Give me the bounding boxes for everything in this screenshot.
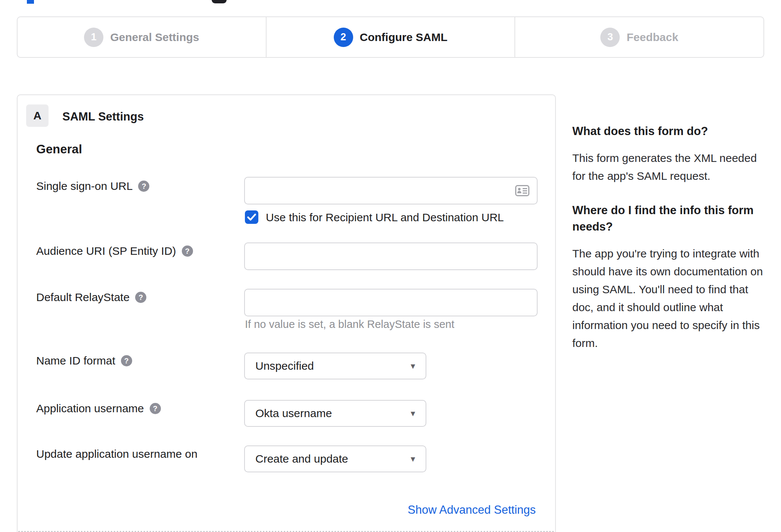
help-sidebar: What does this form do? This form genera… [572, 123, 767, 369]
saml-settings-panel: A SAML Settings General Single sign-on U… [17, 94, 556, 532]
step-label: Feedback [626, 31, 678, 44]
help-icon[interactable]: ? [138, 181, 149, 192]
help-icon[interactable]: ? [121, 355, 132, 366]
step-general-settings[interactable]: 1 General Settings [18, 17, 266, 57]
name-id-format-label: Name ID format ? [36, 354, 132, 367]
field-label-text: Audience URI (SP Entity ID) [36, 244, 176, 258]
cropped-logo-fragment [27, 0, 34, 4]
field-label-text: Name ID format [36, 354, 115, 367]
step-label: Configure SAML [360, 31, 448, 44]
checkmark-icon [247, 213, 256, 221]
step-number-badge: 1 [84, 28, 103, 47]
help-icon[interactable]: ? [150, 403, 161, 414]
caret-down-icon: ▾ [411, 409, 415, 418]
application-username-select[interactable]: Okta username ▾ [244, 400, 426, 427]
help-icon[interactable]: ? [135, 292, 146, 303]
step-number-badge: 2 [334, 28, 353, 47]
step-feedback[interactable]: 3 Feedback [514, 17, 763, 57]
field-label-text: Default RelayState [36, 291, 130, 304]
audience-uri-label: Audience URI (SP Entity ID) ? [36, 244, 193, 258]
update-username-on-select[interactable]: Create and update ▾ [244, 445, 426, 472]
sidebar-question-2: Where do I find the info this form needs… [572, 202, 767, 235]
section-a-badge: A [26, 104, 49, 127]
recipient-url-checkbox[interactable] [245, 210, 258, 224]
step-label: General Settings [110, 31, 199, 44]
field-label-text: Application username [36, 402, 144, 415]
sidebar-answer-2: The app you're trying to integrate with … [572, 245, 767, 352]
single-sign-on-url-input[interactable] [244, 177, 538, 204]
field-label-text: Single sign-on URL [36, 179, 133, 193]
help-icon[interactable]: ? [182, 245, 193, 257]
panel-title: SAML Settings [62, 110, 144, 123]
single-sign-on-url-input-wrap [244, 177, 538, 204]
update-username-on-label: Update application username on [36, 447, 197, 461]
caret-down-icon: ▾ [411, 454, 415, 463]
caret-down-icon: ▾ [411, 362, 415, 370]
single-sign-on-url-label: Single sign-on URL ? [36, 179, 149, 193]
select-value: Okta username [255, 407, 332, 420]
default-relaystate-input-wrap [244, 289, 538, 316]
general-group-heading: General [36, 142, 82, 156]
sidebar-question-1: What does this form do? [572, 123, 767, 140]
step-configure-saml[interactable]: 2 Configure SAML [266, 17, 515, 57]
audience-uri-input[interactable] [244, 242, 538, 270]
relaystate-hint: If no value is set, a blank RelayState i… [245, 318, 454, 331]
audience-uri-input-wrap [244, 242, 538, 270]
wizard-stepper: 1 General Settings 2 Configure SAML 3 Fe… [17, 16, 764, 58]
application-username-label: Application username ? [36, 402, 161, 415]
contact-card-icon [515, 185, 529, 196]
step-number-badge: 3 [600, 28, 620, 47]
cropped-header-fragment [212, 0, 227, 3]
name-id-format-select[interactable]: Unspecified ▾ [244, 353, 426, 379]
recipient-url-checkbox-label: Use this for Recipient URL and Destinati… [266, 211, 504, 224]
show-advanced-settings-link[interactable]: Show Advanced Settings [408, 503, 536, 517]
sidebar-answer-1: This form generates the XML needed for t… [572, 149, 767, 185]
default-relaystate-label: Default RelayState ? [36, 291, 146, 304]
default-relaystate-input[interactable] [244, 289, 538, 316]
select-value: Unspecified [255, 360, 314, 372]
select-value: Create and update [255, 453, 348, 465]
field-label-text: Update application username on [36, 447, 197, 461]
